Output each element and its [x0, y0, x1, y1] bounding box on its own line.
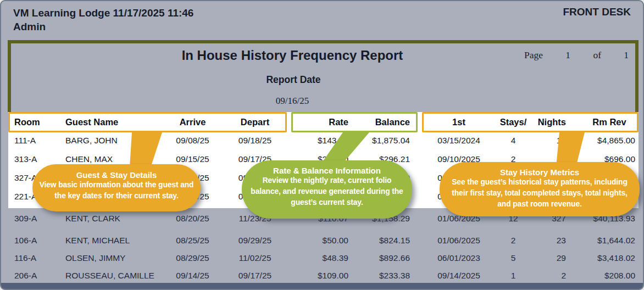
cell-stays: 4: [491, 131, 535, 150]
window-bottom-edge: [1, 283, 643, 289]
cell-stays: 2: [491, 230, 535, 251]
cell-guest: ROUSSEAU, CAMILLE: [59, 266, 161, 285]
table-row: 206-AROUSSEAU, CAMILLE09/14/2509/17/25$1…: [8, 266, 639, 285]
report-date-label: Report Date: [74, 74, 513, 86]
cell-rate: $48.39: [294, 249, 353, 267]
cell-balance: $892.66: [353, 249, 418, 267]
cell-arrive: 08/25/25: [161, 230, 224, 251]
cell-rmrev: $4,865.00: [580, 131, 639, 150]
cell-nights: 23: [535, 230, 580, 251]
cell-nights: 19: [535, 131, 580, 150]
cell-nights: 2: [535, 266, 580, 285]
header-rate: Rate: [294, 112, 353, 132]
cell-arrive: 09/14/25: [161, 266, 224, 285]
cell-arrive: 09/08/25: [161, 131, 224, 150]
header-guest: Guest Name: [59, 112, 161, 132]
cell-room: 116-A: [8, 249, 59, 267]
cell-rmrev: $1,644.02: [580, 230, 639, 251]
cell-rmrev: $3,418.02: [580, 249, 639, 267]
header-arrive: Arrive: [161, 112, 224, 132]
header-balance: Balance: [353, 112, 418, 132]
stay-history-callout: Stay History Metrics See the guest’s his…: [440, 162, 640, 216]
cell-depart: 11/02/25: [224, 249, 286, 267]
cell-first: 09/14/2025: [426, 266, 491, 285]
cell-depart: 09/18/25: [224, 131, 286, 150]
cell-room: 206-A: [8, 266, 59, 285]
cell-nights: 29: [535, 249, 580, 267]
table-row: 116-AOLSEN, JIMMY08/29/2511/02/25$48.39$…: [8, 249, 639, 267]
logged-in-user: Admin: [13, 20, 193, 34]
cell-guest: KENT, MICHAEL: [59, 230, 161, 251]
cell-balance: $1,875.04: [353, 131, 418, 150]
cell-room: 111-A: [8, 131, 59, 150]
cell-rate: $109.00: [294, 266, 353, 285]
cell-rate: $50.00: [294, 230, 353, 251]
department-label: FRONT DESK: [563, 6, 631, 18]
cell-room: 106-A: [8, 230, 59, 251]
cell-first: 03/15/2024: [426, 131, 491, 150]
cell-depart: 09/29/25: [224, 230, 286, 251]
cell-first: 06/01/2023: [426, 249, 491, 267]
header-nights: Nights: [535, 112, 580, 132]
callout-title: Stay History Metrics: [440, 168, 640, 177]
rate-balance-callout: Rate & Balance Information Review the ni…: [242, 160, 412, 219]
header-stays: Stays/: [491, 112, 535, 132]
page-number: 1: [565, 49, 570, 61]
page-label: Page: [524, 49, 543, 61]
header-room: Room: [8, 112, 59, 132]
page-of-label: of: [593, 49, 601, 61]
cell-stays: 5: [491, 249, 535, 267]
cell-stays: 1: [491, 266, 535, 285]
callout-title: Guest & Stay Details: [32, 170, 201, 180]
report-date-value: 09/16/25: [73, 96, 512, 107]
callout-body: See the guest’s historical stay patterns…: [440, 177, 640, 210]
cell-guest: BARG, JOHN: [59, 131, 161, 150]
property-title: VM Learning Lodge 11/17/2025 11:46: [13, 6, 193, 20]
table-row: 111-ABARG, JOHN09/08/2509/18/25$143.10$1…: [8, 131, 639, 150]
cell-rmrev: $208.00: [580, 266, 639, 285]
table-row: 106-AKENT, MICHAEL08/25/2509/29/25$50.00…: [8, 230, 639, 251]
cell-depart: 09/17/25: [224, 266, 286, 285]
page-total: 1: [624, 49, 629, 61]
callout-body: Review the nightly rate, current folio b…: [242, 175, 412, 208]
cell-balance: $233.38: [353, 266, 418, 285]
header-room-revenue: Rm Rev: [580, 112, 639, 132]
page-info: Page 1 of 1: [524, 49, 632, 61]
guest-stay-callout: Guest & Stay Details View basic informat…: [32, 164, 201, 211]
header-depart: Depart: [224, 112, 286, 132]
cell-balance: $824.15: [353, 230, 418, 251]
report-screen: VM Learning Lodge 11/17/2025 11:46 Admin…: [0, 0, 644, 290]
cell-first: 01/06/2025: [426, 230, 491, 251]
report-title: In House History Frequency Report: [73, 48, 512, 63]
callout-title: Rate & Balance Information: [242, 166, 412, 175]
callout-body: View basic information about the guest a…: [32, 180, 201, 202]
table-header-row: Room Guest Name Arrive Depart Rate Balan…: [8, 112, 639, 132]
property-header: VM Learning Lodge 11/17/2025 11:46 Admin: [13, 6, 193, 34]
cell-guest: OLSEN, JIMMY: [59, 249, 161, 267]
cell-room: 309-A: [8, 208, 59, 229]
header-first-stay: 1st: [426, 112, 491, 132]
cell-arrive: 08/29/25: [161, 249, 224, 267]
cell-rate: $143.10: [294, 131, 353, 150]
